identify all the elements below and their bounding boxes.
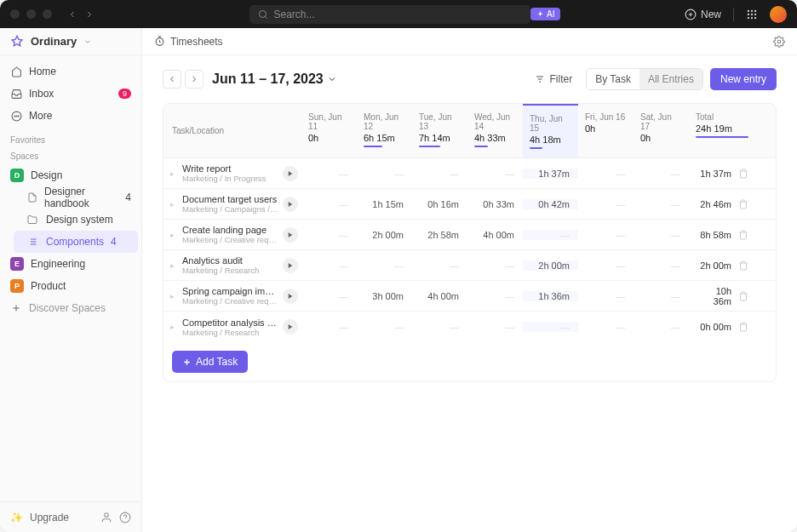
time-cell[interactable]: 3h 00m (357, 291, 412, 301)
next-week-button[interactable] (185, 70, 204, 89)
task-name[interactable]: Analytics audit (182, 255, 279, 266)
time-cell[interactable]: — (467, 322, 523, 332)
close-window[interactable] (10, 9, 20, 19)
time-cell[interactable]: 0h 42m (523, 199, 578, 209)
expand-caret-icon[interactable]: ▸ (170, 261, 179, 270)
time-cell[interactable]: — (301, 199, 357, 209)
time-cell[interactable]: — (412, 322, 467, 332)
discover-spaces[interactable]: Discover Spaces (0, 297, 141, 319)
upgrade-button[interactable]: Upgrade (30, 512, 69, 523)
date-range-picker[interactable]: Jun 11 – 17, 2023 (212, 72, 337, 87)
settings-button[interactable] (773, 36, 785, 48)
time-cell[interactable]: 0h 16m (412, 199, 467, 209)
list-design-system[interactable]: Design system (10, 209, 141, 231)
time-cell[interactable]: — (578, 230, 634, 240)
table-row: ▸ Spring campaign imag... Marketing / Cr… (163, 281, 776, 312)
task-name[interactable]: Competitor analysis doc (182, 317, 279, 328)
expand-caret-icon[interactable]: ▸ (170, 169, 179, 178)
time-cell[interactable]: — (357, 260, 412, 271)
time-cell[interactable]: — (523, 230, 578, 240)
new-entry-button[interactable]: New entry (710, 68, 777, 90)
time-cell[interactable]: — (357, 322, 412, 332)
invite-icon[interactable] (100, 512, 112, 523)
time-cell[interactable]: — (634, 322, 689, 332)
workspace-switcher[interactable]: Ordinary (0, 28, 141, 55)
nav-forward[interactable] (83, 8, 96, 21)
nav-back[interactable] (66, 8, 79, 21)
delete-button[interactable] (738, 260, 748, 271)
time-cell[interactable]: — (301, 322, 357, 332)
delete-button[interactable] (738, 322, 748, 332)
time-cell[interactable]: — (357, 169, 412, 179)
expand-caret-icon[interactable]: ▸ (170, 292, 179, 300)
task-name[interactable]: Create landing page (182, 225, 279, 235)
time-cell[interactable]: 4h 00m (467, 230, 523, 240)
time-cell[interactable]: 2h 00m (357, 230, 412, 240)
time-cell[interactable]: 4h 00m (412, 291, 467, 301)
time-cell[interactable]: — (412, 169, 467, 179)
sidebar-item-inbox[interactable]: Inbox 9 (0, 83, 141, 105)
time-cell[interactable]: — (578, 322, 634, 332)
delete-button[interactable] (738, 199, 748, 209)
time-cell[interactable]: — (301, 230, 357, 240)
minimize-window[interactable] (26, 9, 36, 19)
time-cell[interactable]: — (467, 291, 523, 301)
time-cell[interactable]: — (634, 169, 689, 179)
delete-button[interactable] (738, 230, 748, 240)
time-cell[interactable]: 1h 15m (357, 199, 412, 209)
task-name[interactable]: Document target users (182, 194, 279, 204)
user-avatar[interactable] (770, 6, 787, 23)
delete-button[interactable] (738, 291, 748, 301)
time-cell[interactable]: 1h 36m (523, 291, 578, 301)
space-engineering[interactable]: E Engineering (0, 253, 141, 275)
time-cell[interactable]: — (523, 322, 578, 332)
filter-button[interactable]: Filter (528, 69, 579, 89)
play-button[interactable] (283, 197, 298, 212)
play-button[interactable] (283, 166, 298, 181)
apps-grid-icon[interactable] (746, 9, 758, 20)
list-designer-handbook[interactable]: Designer handbook 4 (10, 186, 141, 209)
list-components[interactable]: Components 4 (14, 231, 138, 253)
sidebar-item-home[interactable]: Home (0, 60, 141, 83)
task-name[interactable]: Spring campaign imag... (182, 286, 279, 296)
time-cell[interactable]: — (578, 169, 634, 179)
help-icon[interactable] (119, 512, 131, 523)
time-cell[interactable]: 2h 00m (523, 260, 578, 271)
time-cell[interactable]: — (467, 260, 523, 271)
time-cell[interactable]: — (301, 291, 357, 301)
time-cell[interactable]: — (634, 230, 689, 240)
play-button[interactable] (283, 319, 298, 335)
time-cell[interactable]: — (301, 260, 357, 271)
space-product[interactable]: P Product (0, 275, 141, 297)
time-cell[interactable]: — (578, 291, 634, 301)
search-input[interactable]: Search... AI (249, 5, 530, 24)
task-name[interactable]: Write report (182, 163, 279, 174)
time-cell[interactable]: — (301, 169, 357, 179)
time-cell[interactable]: — (578, 260, 634, 271)
time-cell[interactable]: — (578, 199, 634, 209)
time-cell[interactable]: — (634, 260, 689, 271)
play-button[interactable] (283, 227, 298, 243)
time-cell[interactable]: — (467, 169, 523, 179)
maximize-window[interactable] (43, 9, 52, 19)
time-cell[interactable]: — (634, 199, 689, 209)
delete-button[interactable] (738, 169, 748, 179)
expand-caret-icon[interactable]: ▸ (170, 231, 179, 239)
sidebar-item-more[interactable]: More (0, 105, 141, 127)
expand-caret-icon[interactable]: ▸ (170, 200, 179, 209)
space-design[interactable]: D Design (0, 164, 141, 186)
tab-all-entries[interactable]: All Entries (639, 69, 702, 89)
time-cell[interactable]: 0h 33m (467, 199, 523, 209)
prev-week-button[interactable] (163, 70, 181, 89)
time-cell[interactable]: — (634, 291, 689, 301)
ai-badge[interactable]: AI (530, 8, 560, 20)
new-button[interactable]: New (685, 9, 721, 20)
play-button[interactable] (283, 258, 298, 273)
time-cell[interactable]: — (412, 260, 467, 271)
time-cell[interactable]: 1h 37m (523, 169, 578, 179)
tab-by-task[interactable]: By Task (587, 69, 639, 89)
add-task-button[interactable]: Add Task (172, 351, 248, 373)
expand-caret-icon[interactable]: ▸ (170, 323, 179, 331)
play-button[interactable] (283, 289, 298, 304)
time-cell[interactable]: 2h 58m (412, 230, 467, 240)
